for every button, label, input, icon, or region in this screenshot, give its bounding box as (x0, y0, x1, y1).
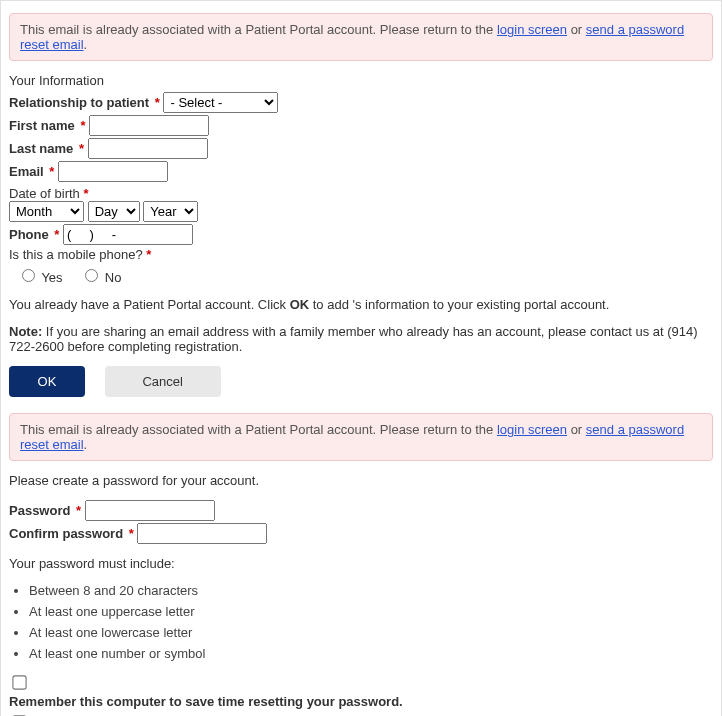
required-marker: * (146, 247, 151, 262)
password-row: Password * (9, 500, 713, 521)
ok-bold: OK (290, 297, 310, 312)
last-name-input[interactable] (88, 138, 208, 159)
mobile-yes-label[interactable]: Yes (41, 270, 62, 285)
password-label: Password (9, 503, 70, 518)
phone-input[interactable] (63, 224, 193, 245)
dob-day-select[interactable]: Day (88, 201, 140, 222)
relationship-select[interactable]: - Select - (163, 92, 278, 113)
confirm-password-input[interactable] (137, 523, 267, 544)
dob-month-select[interactable]: Month (9, 201, 84, 222)
alert-duplicate-email-1: This email is already associated with a … (9, 13, 713, 61)
existing-account-text: You already have a Patient Portal accoun… (9, 297, 713, 312)
note-text: Note: If you are sharing an email addres… (9, 324, 713, 354)
remember-label: Remember this computer to save time rese… (9, 694, 713, 709)
list-item: Between 8 and 20 characters (29, 583, 713, 598)
password-rules-intro: Your password must include: (9, 556, 713, 571)
ok-button[interactable]: OK (9, 366, 85, 397)
remember-checkbox[interactable] (12, 675, 26, 689)
relationship-row: Relationship to patient * - Select - (9, 92, 713, 113)
email-label: Email (9, 164, 44, 179)
required-marker: * (76, 503, 81, 518)
list-item: At least one number or symbol (29, 646, 713, 661)
alert-suffix: . (84, 37, 88, 52)
required-marker: * (80, 118, 85, 133)
cancel-button[interactable]: Cancel (105, 366, 221, 397)
required-marker: * (155, 95, 160, 110)
first-name-row: First name * (9, 115, 713, 136)
first-name-input[interactable] (89, 115, 209, 136)
form-container: This email is already associated with a … (0, 0, 722, 716)
password-rules-list: Between 8 and 20 characters At least one… (9, 583, 713, 661)
dob-year-select[interactable]: Year (143, 201, 198, 222)
note-label: Note: (9, 324, 42, 339)
login-screen-link[interactable]: login screen (497, 422, 567, 437)
alert-duplicate-email-2: This email is already associated with a … (9, 413, 713, 461)
dob-row: Date of birth * Month Day Year (9, 186, 713, 222)
list-item: At least one uppercase letter (29, 604, 713, 619)
email-input[interactable] (58, 161, 168, 182)
alert-text: This email is already associated with a … (20, 22, 497, 37)
confirm-password-row: Confirm password * (9, 523, 713, 544)
email-row: Email * (9, 161, 713, 182)
required-marker: * (49, 164, 54, 179)
dob-label: Date of birth * (9, 186, 713, 201)
your-information-heading: Your Information (9, 73, 713, 88)
required-marker: * (83, 186, 88, 201)
list-item: At least one lowercase letter (29, 625, 713, 640)
required-marker: * (129, 526, 134, 541)
first-name-label: First name (9, 118, 75, 133)
password-input[interactable] (85, 500, 215, 521)
mobile-no-radio[interactable] (85, 269, 98, 282)
alert-suffix: . (84, 437, 88, 452)
last-name-row: Last name * (9, 138, 713, 159)
alert-or: or (567, 22, 586, 37)
password-intro: Please create a password for your accoun… (9, 473, 713, 488)
confirm-password-label: Confirm password (9, 526, 123, 541)
mobile-question-row: Is this a mobile phone? * Yes No (9, 247, 713, 285)
button-row: OK Cancel (9, 366, 713, 397)
mobile-no-label[interactable]: No (105, 270, 122, 285)
login-screen-link[interactable]: login screen (497, 22, 567, 37)
phone-label: Phone (9, 227, 49, 242)
relationship-label: Relationship to patient (9, 95, 149, 110)
mobile-yes-radio[interactable] (22, 269, 35, 282)
last-name-label: Last name (9, 141, 73, 156)
remember-checkbox-row (9, 673, 713, 692)
required-marker: * (79, 141, 84, 156)
alert-or: or (567, 422, 586, 437)
alert-text: This email is already associated with a … (20, 422, 497, 437)
phone-row: Phone * (9, 224, 713, 245)
required-marker: * (54, 227, 59, 242)
mobile-question-label: Is this a mobile phone? (9, 247, 143, 262)
